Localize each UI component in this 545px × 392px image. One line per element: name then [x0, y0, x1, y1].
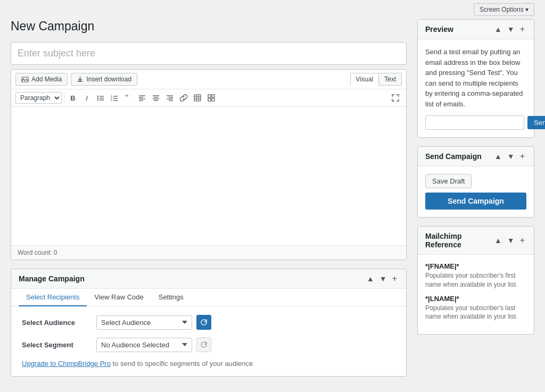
sidebar: Preview ▲ ▼ + Send a test email by putti…: [417, 19, 534, 343]
preview-body: Send a test email by putting an email ad…: [418, 39, 534, 137]
screen-options-button[interactable]: Screen Options ▾: [474, 3, 534, 16]
refresh-segment-button[interactable]: [196, 337, 211, 352]
refresh-icon: [200, 319, 208, 326]
add-media-label: Add Media: [31, 76, 62, 83]
upgrade-suffix: to send to specific segments of your aud…: [113, 360, 253, 368]
ordered-list-button[interactable]: 1.2.3.: [108, 91, 121, 104]
insert-download-button[interactable]: Insert download: [71, 73, 137, 86]
manage-campaign-title: Manage Campaign: [19, 274, 85, 283]
insert-download-label: Insert download: [86, 76, 131, 83]
send-campaign-collapse-down[interactable]: ▼: [506, 152, 516, 161]
paragraph-select[interactable]: Paragraph: [15, 92, 62, 104]
manage-collapse-close[interactable]: +: [391, 274, 399, 283]
upgrade-row: Upgrade to ChimpBridge Pro to send to sp…: [22, 360, 395, 368]
table-icon: [194, 94, 201, 102]
svg-text:": ": [125, 94, 129, 102]
mailchimp-reference-collapse-buttons: ▲ ▼ +: [493, 236, 526, 245]
svg-point-6: [97, 99, 98, 101]
screen-options-bar: Screen Options ▾: [0, 0, 545, 19]
mailchimp-reference-collapse-down[interactable]: ▼: [506, 236, 516, 245]
grid-button[interactable]: [205, 91, 218, 104]
svg-point-4: [97, 97, 98, 98]
page-title: New Campaign: [11, 19, 407, 34]
preview-header: Preview ▲ ▼ +: [418, 20, 534, 39]
editor-footer: Word count: 0: [11, 245, 406, 260]
add-media-button[interactable]: Add Media: [15, 73, 68, 86]
manage-tabs: Select Recipients View Raw Code Settings: [11, 289, 406, 306]
align-left-button[interactable]: [136, 91, 148, 104]
editor-container: Add Media Insert download Visual Text: [11, 69, 407, 260]
send-campaign-collapse-up[interactable]: ▲: [493, 152, 503, 161]
table-button[interactable]: [191, 91, 204, 104]
mailchimp-reference-collapse-close[interactable]: +: [518, 236, 526, 245]
add-media-icon: [21, 76, 29, 83]
select-segment-wrap: No Audience Selected: [96, 337, 211, 352]
editor-body[interactable]: [11, 107, 406, 245]
fullscreen-icon: [392, 94, 399, 102]
mailchimp-key-fname: *|FNAME|*: [425, 262, 526, 270]
refresh-audience-button[interactable]: [196, 315, 211, 330]
mailchimp-reference-body: *|FNAME|* Populates your subscriber's fi…: [418, 255, 534, 334]
tab-view-raw-code[interactable]: View Raw Code: [87, 289, 151, 306]
bold-button[interactable]: B: [67, 91, 79, 104]
preview-collapse-close[interactable]: +: [518, 25, 526, 34]
preview-collapse-buttons: ▲ ▼ +: [493, 25, 526, 34]
refresh-segment-icon: [200, 341, 208, 348]
mailchimp-item-fname: *|FNAME|* Populates your subscriber's fi…: [425, 262, 526, 289]
svg-rect-34: [208, 98, 211, 101]
insert-download-icon: [77, 76, 84, 83]
svg-rect-27: [194, 95, 201, 101]
send-test-button[interactable]: Send Test: [527, 116, 545, 129]
media-buttons: Add Media Insert download: [15, 73, 137, 86]
align-left-icon: [138, 94, 146, 102]
fullscreen-button[interactable]: [389, 91, 402, 104]
svg-text:3.: 3.: [111, 98, 113, 102]
manage-campaign: Manage Campaign ▲ ▼ + Select Recipients …: [11, 269, 407, 377]
send-campaign-button[interactable]: Send Campaign: [425, 193, 526, 210]
subject-input[interactable]: [11, 42, 407, 65]
select-segment-dropdown[interactable]: No Audience Selected: [96, 338, 192, 352]
mailchimp-reference-box: Mailchimp Reference ▲ ▼ + *|FNAME|* Popu…: [417, 226, 534, 335]
editor-toolbar: Paragraph B I 1.2.3. ": [11, 89, 406, 107]
unordered-list-icon: [97, 94, 104, 102]
mailchimp-reference-header: Mailchimp Reference ▲ ▼ +: [418, 227, 534, 255]
mailchimp-key-lname: *|LNAME|*: [425, 295, 526, 303]
toolbar-sep-1: [64, 93, 64, 103]
select-audience-label: Select Audience: [22, 319, 91, 327]
grid-icon: [208, 94, 215, 102]
tab-select-recipients[interactable]: Select Recipients: [19, 289, 87, 306]
unordered-list-button[interactable]: [94, 91, 107, 104]
link-icon: [180, 94, 187, 102]
blockquote-button[interactable]: ": [122, 91, 135, 104]
visual-tab[interactable]: Visual: [350, 73, 379, 86]
manage-collapse-down[interactable]: ▼: [378, 274, 389, 283]
editor-media-bar: Add Media Insert download Visual Text: [11, 70, 406, 89]
mailchimp-reference-collapse-up[interactable]: ▲: [493, 236, 503, 245]
mailchimp-desc-fname: Populates your subscriber's first name w…: [425, 271, 526, 289]
text-tab[interactable]: Text: [379, 73, 402, 86]
save-draft-button[interactable]: Save Draft: [425, 174, 472, 188]
send-campaign-collapse-close[interactable]: +: [518, 152, 526, 161]
svg-rect-33: [212, 95, 214, 97]
italic-button[interactable]: I: [80, 91, 93, 104]
preview-row: Send Test: [425, 115, 526, 130]
select-audience-wrap: Select Audience: [96, 315, 211, 330]
upgrade-link[interactable]: Upgrade to ChimpBridge Pro: [22, 360, 111, 368]
align-right-button[interactable]: [163, 91, 176, 104]
content-area: New Campaign Add Media: [11, 19, 407, 377]
tab-settings[interactable]: Settings: [151, 289, 191, 306]
preview-email-input[interactable]: [425, 115, 524, 130]
select-audience-row: Select Audience Select Audience: [22, 315, 395, 330]
manage-collapse-up[interactable]: ▲: [365, 274, 376, 283]
link-button[interactable]: [177, 91, 190, 104]
preview-collapse-up[interactable]: ▲: [493, 25, 503, 34]
align-center-button[interactable]: [150, 91, 162, 104]
word-count: Word count: 0: [18, 249, 57, 256]
select-audience-dropdown[interactable]: Select Audience: [96, 315, 192, 330]
svg-rect-35: [212, 98, 214, 101]
preview-collapse-down[interactable]: ▼: [506, 25, 516, 34]
mailchimp-reference-title: Mailchimp Reference: [425, 232, 493, 249]
visual-text-tabs: Visual Text: [350, 73, 402, 86]
mailchimp-item-lname: *|LNAME|* Populates your subscriber's la…: [425, 295, 526, 322]
svg-rect-32: [208, 95, 211, 97]
